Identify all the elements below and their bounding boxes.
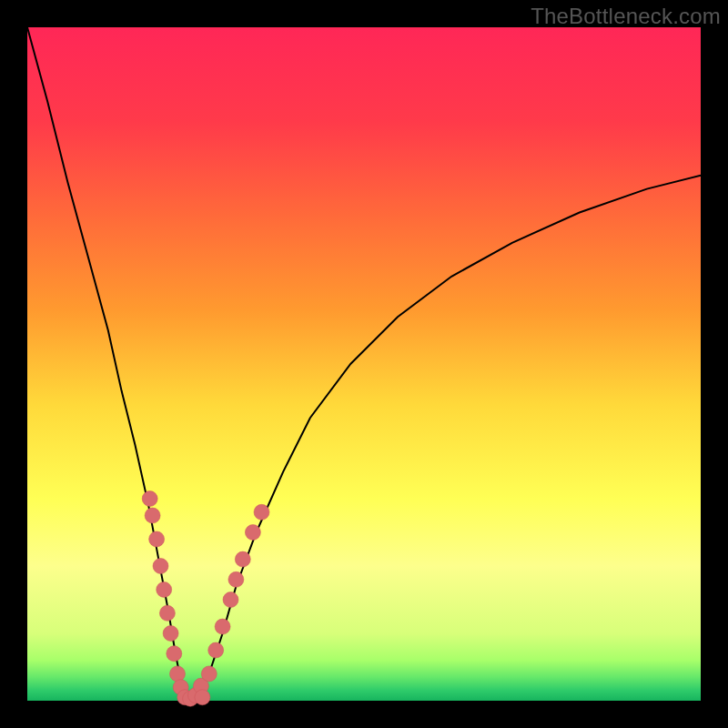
chart-frame: TheBottleneck.com bbox=[0, 0, 728, 728]
marker-dot bbox=[195, 690, 210, 705]
marker-dot bbox=[145, 508, 160, 523]
marker-dot bbox=[142, 491, 157, 507]
marker-dot bbox=[153, 559, 168, 574]
marker-dot bbox=[235, 551, 250, 567]
marker-dot bbox=[245, 525, 260, 541]
marker-dot bbox=[201, 666, 217, 682]
marker-dot bbox=[149, 531, 165, 547]
marker-dot bbox=[159, 605, 175, 621]
highlight-markers bbox=[142, 491, 269, 707]
marker-dot bbox=[208, 642, 224, 658]
marker-dot bbox=[163, 626, 178, 642]
plot-area bbox=[27, 27, 701, 701]
curve-layer bbox=[27, 27, 701, 701]
marker-dot bbox=[223, 592, 238, 608]
marker-dot bbox=[215, 619, 230, 634]
watermark-text: TheBottleneck.com bbox=[531, 4, 721, 29]
bottleneck-curve bbox=[27, 27, 701, 701]
marker-dot bbox=[167, 646, 182, 662]
marker-dot bbox=[157, 581, 172, 597]
marker-dot bbox=[228, 571, 244, 587]
marker-dot bbox=[254, 504, 269, 520]
marker-dot bbox=[170, 666, 186, 682]
